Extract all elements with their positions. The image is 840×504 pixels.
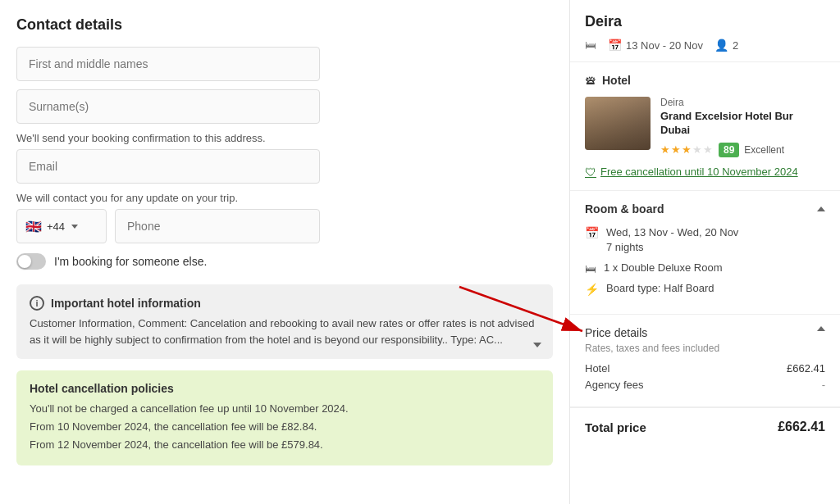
phone-input[interactable] xyxy=(115,209,320,243)
first-name-input[interactable] xyxy=(16,47,320,81)
trip-meta: 🛏 📅 13 Nov - 20 Nov 👤 2 xyxy=(585,39,825,52)
cancellation-box: Hotel cancellation policies You'll not b… xyxy=(16,370,553,465)
surname-input[interactable] xyxy=(16,89,320,124)
calendar-small-icon: 📅 xyxy=(585,226,599,239)
price-title: Price details xyxy=(585,326,647,339)
total-value: £662.41 xyxy=(778,420,825,434)
booking-toggle[interactable] xyxy=(16,253,46,270)
info-icon: i xyxy=(30,296,44,311)
hotel-name: Grand Excelsior Hotel Bur Dubai xyxy=(660,110,825,138)
price-header: Price details xyxy=(585,326,825,339)
guests-count: 2 xyxy=(733,39,738,52)
room-type-text: 1 x Double Deluxe Room xyxy=(604,261,723,274)
cancel-line-1: You'll not be charged a cancellation fee… xyxy=(30,400,540,418)
date-meta: 📅 13 Nov - 20 Nov xyxy=(608,39,703,52)
price-chevron-up-icon[interactable] xyxy=(817,326,825,331)
room-dates-row: 📅 Wed, 13 Nov - Wed, 20 Nov 7 nights xyxy=(585,225,825,255)
free-cancel-text: Free cancellation until 10 November 2024 xyxy=(600,166,798,178)
phone-helper-text: We will contact you for any update on yo… xyxy=(16,192,553,204)
bed-meta: 🛏 xyxy=(585,39,596,52)
room-dates: Wed, 13 Nov - Wed, 20 Nov xyxy=(606,225,738,240)
info-box-header: i Important hotel information xyxy=(30,296,540,311)
hotel-rating-row: ★★★★★ 89 Excellent xyxy=(660,143,825,157)
bed-icon: 🛏 xyxy=(585,39,596,52)
hotel-info: Deira Grand Excelsior Hotel Bur Dubai ★★… xyxy=(660,97,825,157)
board-icon: ⚡ xyxy=(585,283,599,296)
price-section: Price details Rates, taxes and fees incl… xyxy=(570,315,840,407)
email-group xyxy=(16,149,553,184)
booking-toggle-label: I'm booking for someone else. xyxy=(54,255,207,268)
hotel-price-label: Hotel xyxy=(585,362,609,375)
guests-meta: 👤 2 xyxy=(714,39,738,52)
booking-toggle-row: I'm booking for someone else. xyxy=(16,253,553,270)
calendar-icon: 📅 xyxy=(608,39,622,52)
hotel-brand: Deira xyxy=(660,97,825,108)
cancellation-title: Hotel cancellation policies xyxy=(30,382,540,395)
contact-details-title: Contact details xyxy=(16,16,553,34)
guests-icon: 👤 xyxy=(714,39,728,52)
info-box-body: Customer Information, Comment: Cancelati… xyxy=(30,316,540,347)
info-box-title: Important hotel information xyxy=(51,297,201,310)
right-header: Deira 🛏 📅 13 Nov - 20 Nov 👤 2 xyxy=(570,0,840,62)
email-input[interactable] xyxy=(16,149,320,184)
cancel-line-3: From 12 November 2024, the cancellation … xyxy=(30,436,540,454)
board-type-text: Board type: Half Board xyxy=(606,282,714,294)
free-cancel-link[interactable]: 🛡 Free cancellation until 10 November 20… xyxy=(585,166,825,179)
room-nights: 7 nights xyxy=(606,240,738,255)
hotel-section: 🛎 Hotel Deira Grand Excelsior Hotel Bur … xyxy=(570,62,840,191)
price-subtitle: Rates, taxes and fees included xyxy=(585,343,825,354)
surname-group xyxy=(16,89,553,124)
hotel-price-row: Hotel £662.41 xyxy=(585,362,825,375)
email-helper-text: We'll send your booking confirmation to … xyxy=(16,132,553,144)
first-name-group xyxy=(16,47,553,81)
room-dates-text: Wed, 13 Nov - Wed, 20 Nov 7 nights xyxy=(606,225,738,255)
phone-code-value: +44 xyxy=(47,220,65,233)
agency-fees-row: Agency fees - xyxy=(585,379,825,391)
hotel-section-title: 🛎 Hotel xyxy=(585,74,825,87)
toggle-knob xyxy=(18,255,31,268)
agency-fees-value: - xyxy=(822,379,825,391)
chevron-down-icon xyxy=(71,225,78,229)
hotel-price-value: £662.41 xyxy=(787,362,825,375)
room-board-title: Room & board xyxy=(585,202,664,216)
hotel-rating-label: Excellent xyxy=(744,144,784,156)
hotel-stars: ★★★★★ xyxy=(660,143,714,156)
hotel-icon: 🛎 xyxy=(585,74,596,87)
important-info-box: i Important hotel information Customer I… xyxy=(16,284,553,359)
phone-row: 🇬🇧 +44 xyxy=(16,209,320,243)
shield-icon: 🛡 xyxy=(585,166,596,179)
room-board-section: Room & board 📅 Wed, 13 Nov - Wed, 20 Nov… xyxy=(570,191,840,315)
cancel-line-2: From 10 November 2024, the cancellation … xyxy=(30,418,540,436)
room-type-row: 🛏 1 x Double Deluxe Room xyxy=(585,261,825,275)
chevron-up-icon[interactable] xyxy=(817,207,825,211)
info-box-expand-icon[interactable] xyxy=(533,343,541,347)
total-price-row: Total price £662.41 xyxy=(570,407,840,446)
board-type-row: ⚡ Board type: Half Board xyxy=(585,282,825,296)
phone-code-select[interactable]: 🇬🇧 +44 xyxy=(16,209,107,243)
agency-fees-label: Agency fees xyxy=(585,379,644,391)
room-board-header[interactable]: Room & board xyxy=(585,202,825,216)
hotel-rating-badge: 89 xyxy=(719,143,739,157)
flag-icon: 🇬🇧 xyxy=(25,219,42,234)
total-label: Total price xyxy=(585,420,646,434)
hotel-card: Deira Grand Excelsior Hotel Bur Dubai ★★… xyxy=(585,97,825,157)
hotel-thumbnail xyxy=(585,97,651,150)
date-range: 13 Nov - 20 Nov xyxy=(626,39,703,52)
bed-small-icon: 🛏 xyxy=(585,262,596,275)
destination-title: Deira xyxy=(585,13,825,30)
cancellation-body: You'll not be charged a cancellation fee… xyxy=(30,400,540,454)
